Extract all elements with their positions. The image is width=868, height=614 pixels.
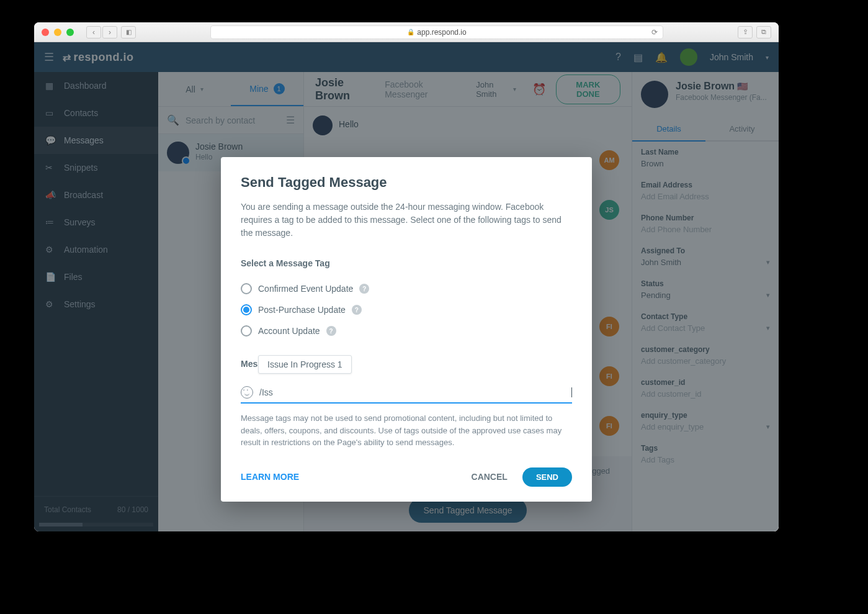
emoji-icon[interactable]	[241, 386, 253, 399]
browser-window: ‹ › ◧ 🔒 app.respond.io ⟳ ⇪ ⧉ + ☰ ⇄ respo…	[34, 22, 779, 531]
chrome-action-group: ⇪ ⧉	[738, 26, 771, 38]
select-tag-label: Select a Message Tag	[241, 258, 572, 268]
radio-confirmed-event[interactable]: Confirmed Event Update?	[241, 278, 572, 299]
modal-title: Send Tagged Message	[241, 174, 572, 191]
radio-account-update[interactable]: Account Update?	[241, 320, 572, 341]
maximize-window-icon[interactable]	[66, 29, 74, 36]
disclaimer-text: Message tags may not be used to send pro…	[241, 412, 572, 449]
modal-actions: LEARN MORE CANCEL SEND	[241, 467, 572, 487]
nav-arrow-group: ‹ ›	[86, 26, 117, 38]
radio-icon	[241, 304, 252, 315]
message-input-row: /Iss	[241, 380, 572, 404]
close-window-icon[interactable]	[42, 29, 49, 36]
refresh-icon[interactable]: ⟳	[651, 28, 658, 37]
tabs-icon[interactable]: ⧉	[756, 26, 771, 38]
radio-post-purchase[interactable]: Post-Purchase Update?	[241, 299, 572, 320]
sidebar-toggle-icon[interactable]: ◧	[121, 26, 136, 38]
message-input[interactable]: /Iss	[259, 387, 572, 397]
help-icon[interactable]: ?	[359, 284, 369, 294]
send-button[interactable]: SEND	[522, 467, 572, 487]
traffic-lights	[42, 29, 74, 36]
help-icon[interactable]: ?	[352, 305, 362, 315]
snippet-suggestion[interactable]: Issue In Progress 1	[258, 355, 352, 374]
learn-more-link[interactable]: LEARN MORE	[241, 472, 299, 482]
lock-icon: 🔒	[407, 29, 414, 35]
cancel-button[interactable]: CANCEL	[472, 472, 508, 482]
forward-button[interactable]: ›	[102, 26, 117, 38]
message-input-section: Message Text Issue In Progress 1 /Iss	[241, 359, 572, 404]
back-button[interactable]: ‹	[86, 26, 101, 38]
modal-description: You are sending a message outside the 24…	[241, 201, 572, 240]
address-bar[interactable]: 🔒 app.respond.io ⟳	[210, 25, 663, 39]
radio-icon	[241, 325, 252, 336]
modal-overlay[interactable]: Send Tagged Message You are sending a me…	[34, 42, 779, 531]
minimize-window-icon[interactable]	[54, 29, 61, 36]
url-text: app.respond.io	[417, 28, 466, 37]
browser-toolbar: ‹ › ◧ 🔒 app.respond.io ⟳ ⇪ ⧉	[34, 22, 779, 42]
radio-icon	[241, 283, 252, 294]
share-icon[interactable]: ⇪	[738, 26, 753, 38]
tag-radio-group: Confirmed Event Update? Post-Purchase Up…	[241, 278, 572, 341]
send-tagged-message-modal: Send Tagged Message You are sending a me…	[221, 157, 592, 502]
app-root: ☰ ⇄ respond.io ? ▤ 🔔 John Smith ▾ ▦Dashb…	[34, 42, 779, 531]
help-icon[interactable]: ?	[326, 326, 336, 336]
